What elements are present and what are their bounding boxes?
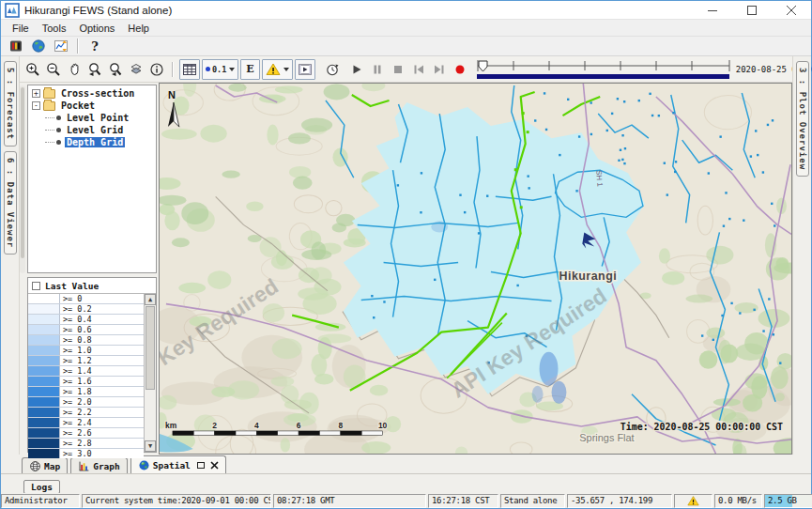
animation-settings-button[interactable] xyxy=(322,59,343,80)
legend-row[interactable]: >= 0.2 xyxy=(28,304,144,315)
legend-swatch xyxy=(28,294,60,303)
status-warning-cell[interactable] xyxy=(674,494,712,508)
panel-scrollbar[interactable] xyxy=(20,85,25,273)
legend-row[interactable]: >= 1.6 xyxy=(28,377,144,387)
step-forward-button[interactable] xyxy=(429,59,450,80)
legend-row[interactable]: >= 2.6 xyxy=(28,428,144,439)
zoom-out-button[interactable] xyxy=(43,59,64,80)
step-forward-icon xyxy=(432,62,447,77)
legend-row[interactable]: >= 0.6 xyxy=(28,325,144,335)
layers-button[interactable] xyxy=(126,59,146,80)
restore-icon[interactable] xyxy=(197,462,205,469)
zoom-previous-button[interactable] xyxy=(84,59,105,80)
menu-tools[interactable]: Tools xyxy=(36,22,73,35)
status-text: 2.5 GB xyxy=(768,496,797,505)
bullet-icon xyxy=(56,116,61,120)
legend-label: >= 1.6 xyxy=(60,377,144,386)
close-button[interactable] xyxy=(772,1,811,19)
app-window: Hikurangi FEWS (Stand alone) FileToolsOp… xyxy=(0,0,812,509)
menu-file[interactable]: File xyxy=(6,22,36,35)
side-tab-forecast[interactable]: 5 : Forecast xyxy=(4,61,17,147)
map-canvas[interactable]: API Key Required API Key Required Hikura… xyxy=(160,84,791,454)
timeline-handle[interactable] xyxy=(479,61,487,71)
last-value-checkbox[interactable] xyxy=(32,282,40,290)
tree-item-level-grid[interactable]: Level Grid xyxy=(28,124,156,136)
legend-row[interactable]: >= 1.4 xyxy=(28,366,144,377)
tree-expander-icon[interactable]: - xyxy=(32,101,40,110)
pause-button[interactable] xyxy=(367,59,388,80)
record-button[interactable] xyxy=(450,59,470,80)
scroll-down-icon[interactable]: ▼ xyxy=(145,440,156,452)
window-title: Hikurangi FEWS (Stand alone) xyxy=(24,5,172,16)
tree-item-depth-grid[interactable]: Depth Grid xyxy=(28,136,156,148)
warnings-dropdown-button[interactable] xyxy=(262,59,293,80)
content-row: +Cross-section-PocketLevel PointLevel Gr… xyxy=(20,83,792,455)
database-icon xyxy=(8,39,23,54)
contour-interval-button[interactable]: 0.1 xyxy=(202,59,238,80)
step-backward-button[interactable] xyxy=(408,59,429,80)
scrollbar-track[interactable] xyxy=(145,305,156,440)
legend-row[interactable]: >= 2.4 xyxy=(28,418,144,428)
dropdown-caret-icon xyxy=(229,68,235,71)
tab-spatial[interactable]: Spatial xyxy=(130,455,226,473)
tree-item-level-point[interactable]: Level Point xyxy=(28,112,156,124)
timeseries-button[interactable] xyxy=(50,38,72,55)
tree-item-cross-section[interactable]: +Cross-section xyxy=(28,87,156,100)
side-tab-plot-overview[interactable]: 3 : Plot Overview xyxy=(796,61,809,177)
legend-editor-button[interactable]: E xyxy=(240,59,259,80)
legend-row[interactable]: >= 2.2 xyxy=(28,408,144,418)
zoom-next-button[interactable] xyxy=(105,59,126,80)
close-tab-icon[interactable] xyxy=(210,461,219,470)
status-text: Administrator xyxy=(5,496,68,505)
svg-text:2: 2 xyxy=(212,421,217,430)
zoom-in-button[interactable] xyxy=(23,59,43,80)
legend-row[interactable]: >= 2.8 xyxy=(28,439,144,449)
tree-item-pocket[interactable]: -Pocket xyxy=(28,100,156,112)
map-viewport[interactable]: API Key Required API Key Required Hikura… xyxy=(159,83,792,455)
logs-button[interactable]: Logs xyxy=(23,480,60,494)
pan-button[interactable] xyxy=(64,59,84,80)
main-region: 5 : Forecast6 : Data Viewer 0.1E xyxy=(1,56,811,455)
help-button[interactable]: ? xyxy=(84,38,106,55)
legend-label: >= 1.0 xyxy=(60,346,144,355)
tab-map[interactable]: Map xyxy=(22,457,68,473)
menu-help[interactable]: Help xyxy=(121,22,156,35)
database-button[interactable] xyxy=(5,38,27,55)
legend-scrollbar[interactable]: ▲ ▼ xyxy=(144,294,156,452)
svg-text:km: km xyxy=(165,421,176,430)
scroll-up-icon[interactable]: ▲ xyxy=(145,294,156,305)
pan-icon xyxy=(67,62,82,77)
grid-button[interactable] xyxy=(179,59,200,80)
timeline-slider[interactable] xyxy=(476,58,731,81)
svg-text:10: 10 xyxy=(378,421,388,430)
scrollbar-thumb[interactable] xyxy=(146,306,155,390)
legend-row[interactable]: >= 0 xyxy=(28,294,144,304)
maximize-button[interactable] xyxy=(732,1,772,19)
movie-export-button[interactable] xyxy=(295,59,315,80)
legend-row[interactable]: >= 2.0 xyxy=(28,397,144,408)
legend-row[interactable]: >= 3.0 xyxy=(28,449,144,458)
menu-options[interactable]: Options xyxy=(72,22,121,35)
contour-dot-icon xyxy=(206,67,210,71)
map-toolbar: 0.1E 2020-08-25 00:00:00 CST xyxy=(20,56,792,83)
tree-label: Depth Grid xyxy=(65,137,125,147)
tree-label: Level Grid xyxy=(65,125,125,135)
legend-row[interactable]: >= 1.0 xyxy=(28,346,144,356)
info-button[interactable] xyxy=(146,59,167,80)
tab-graph[interactable]: Graph xyxy=(70,457,128,473)
tab-label: Map xyxy=(44,461,60,471)
side-tab-data-viewer[interactable]: 6 : Data Viewer xyxy=(4,151,17,254)
legend-row[interactable]: >= 1.2 xyxy=(28,356,144,366)
stop-button[interactable] xyxy=(388,59,408,80)
play-button[interactable] xyxy=(346,59,367,80)
status-cell-7: 0.0 MB/s xyxy=(714,494,762,508)
minimize-button[interactable] xyxy=(693,1,732,19)
legend-label: >= 2.0 xyxy=(60,397,144,407)
globe-button[interactable] xyxy=(27,38,50,55)
scrollbar-thumb[interactable] xyxy=(21,87,24,258)
legend-row[interactable]: >= 0.4 xyxy=(28,315,144,325)
tree-expander-icon[interactable]: + xyxy=(32,89,40,98)
legend-row[interactable]: >= 0.8 xyxy=(28,335,144,346)
legend-table: >= 0>= 0.2>= 0.4>= 0.6>= 0.8>= 1.0>= 1.2… xyxy=(28,293,156,452)
legend-row[interactable]: >= 1.8 xyxy=(28,387,144,397)
